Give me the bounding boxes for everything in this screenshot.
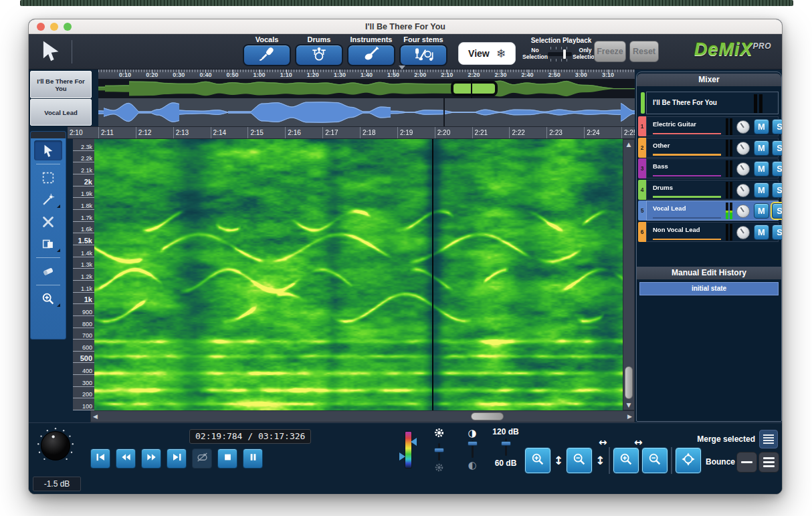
instruments-button[interactable] [347, 44, 395, 66]
zoom-tool[interactable] [34, 289, 62, 309]
loop-button[interactable] [192, 448, 212, 469]
mute-button[interactable]: M [754, 182, 769, 198]
minimize-window-button[interactable] [50, 23, 58, 31]
vertical-scrollbar[interactable]: ▲ ▼ [623, 139, 635, 410]
overview-waveform[interactable] [98, 79, 635, 98]
zoom-window-button[interactable] [64, 23, 72, 31]
scroll-down-arrow-icon[interactable]: ▼ [623, 400, 634, 410]
view-button[interactable]: View ❄ [458, 42, 516, 65]
close-window-button[interactable] [37, 23, 45, 31]
db-range-slider[interactable] [505, 438, 507, 456]
mute-button[interactable]: M [754, 203, 769, 219]
solo-button[interactable]: S [772, 203, 783, 219]
frequency-label: 1.8k [81, 203, 92, 209]
solo-button[interactable]: S [772, 182, 783, 198]
merge-selected-button[interactable] [759, 430, 778, 448]
mixer-track-row-electric-guitar[interactable]: 1Electric GuitarMS [646, 116, 779, 136]
brightness-slider[interactable] [438, 443, 440, 461]
mixer-track-row-other[interactable]: 2OtherMS [646, 138, 779, 158]
time-ruler-tick: 2:25 [621, 127, 635, 138]
frequency-label: 900 [82, 309, 92, 315]
solo-button[interactable]: S [772, 140, 783, 156]
freeze-button[interactable]: Freeze [594, 41, 626, 62]
pan-knob[interactable] [736, 120, 750, 134]
colormap-upper-handle[interactable] [411, 438, 417, 446]
time-ruler[interactable]: 2:102:112:122:132:142:152:162:172:182:19… [68, 126, 635, 139]
viewport-selection-box[interactable] [451, 81, 498, 96]
mute-button[interactable]: M [754, 140, 769, 156]
pan-knob[interactable] [736, 184, 750, 197]
selection-playback-slider[interactable] [548, 46, 572, 62]
mixer-track-row-non-vocal-lead[interactable]: 6Non Vocal LeadMS [646, 222, 779, 242]
pan-knob[interactable] [736, 142, 750, 155]
four-stems-icon [412, 45, 435, 66]
mute-button[interactable]: M [754, 161, 769, 176]
pointer-tool[interactable] [34, 140, 62, 160]
pan-knob[interactable] [736, 162, 750, 176]
vocals-button[interactable] [243, 44, 291, 66]
eraser-tool[interactable] [34, 261, 62, 281]
mute-button[interactable]: M [754, 225, 769, 240]
contrast-slider[interactable] [472, 440, 474, 458]
overview-ruler-tick: 2:40 [522, 72, 534, 78]
colormap-strip[interactable] [405, 431, 412, 469]
vertical-zoom-in-button[interactable] [525, 448, 550, 473]
rewind-button[interactable] [116, 448, 136, 469]
mixer-track-row-bass[interactable]: 3BassMS [646, 158, 779, 178]
pan-knob[interactable] [736, 205, 750, 218]
tool-palette-grip[interactable] [31, 132, 66, 138]
app-logo-arrow-icon [38, 38, 62, 63]
horizontal-scrollbar-thumb[interactable] [471, 412, 504, 420]
overview-playhead-marker[interactable] [399, 66, 405, 70]
go-to-end-button[interactable] [167, 448, 187, 469]
overview-time-ruler[interactable]: 0:100:200:300:400:501:001:101:201:301:40… [98, 70, 635, 79]
stop-button[interactable] [217, 448, 237, 469]
drums-label: Drums [295, 35, 343, 44]
fast-forward-button[interactable] [141, 448, 161, 469]
mute-button[interactable]: M [754, 119, 769, 134]
overview-playhead[interactable] [471, 79, 472, 98]
horizontal-scrollbar[interactable]: ◀ ▶ [90, 410, 635, 422]
bounce-multi-button[interactable] [758, 452, 779, 473]
background-window-edge [20, 0, 793, 6]
solo-button[interactable]: S [772, 161, 783, 176]
spectrogram-view[interactable] [94, 139, 623, 410]
mixer-track-row-vocal-lead[interactable]: 5Vocal LeadMS◎ [646, 201, 779, 221]
magic-wand-tool[interactable] [34, 190, 62, 210]
frequency-label: 2.2k [81, 155, 92, 162]
colormap-lower-handle[interactable] [399, 453, 405, 461]
solo-button[interactable]: S [772, 225, 783, 240]
spectrogram-canvas[interactable] [94, 139, 623, 410]
fast-forward-icon [146, 453, 157, 465]
delete-selection-tool[interactable] [34, 212, 62, 232]
master-track-name: I'll Be There For You [653, 99, 717, 106]
drums-button[interactable] [295, 44, 343, 66]
marquee-selection-tool[interactable] [34, 168, 62, 188]
track-number-tab: 6 [638, 222, 646, 242]
pause-button[interactable] [243, 448, 263, 469]
master-volume-knob[interactable] [37, 427, 74, 465]
vocal-waveform-playhead[interactable] [443, 98, 445, 126]
bounce-single-button[interactable] [736, 452, 757, 473]
pan-knob[interactable] [736, 226, 750, 239]
clone-tool[interactable] [34, 234, 62, 254]
track-name: Bass [653, 162, 668, 170]
scroll-up-arrow-icon[interactable]: ▲ [623, 140, 634, 149]
four-stems-icon-button[interactable] [399, 44, 447, 66]
rewind-icon [120, 453, 132, 465]
vertical-zoom-out-button[interactable] [567, 448, 592, 473]
overview-ruler-tick: 0:30 [173, 72, 185, 78]
history-entry[interactable]: initial state [639, 282, 779, 295]
scroll-left-arrow-icon[interactable]: ◀ [93, 411, 98, 422]
solo-button[interactable]: S [772, 119, 783, 134]
vocal-lead-waveform[interactable] [98, 98, 635, 126]
master-track-row[interactable]: I'll Be There For You [646, 92, 779, 114]
reset-button[interactable]: Reset [629, 41, 659, 62]
vertical-scrollbar-thumb[interactable] [625, 366, 633, 398]
scroll-right-arrow-icon[interactable]: ▶ [627, 411, 632, 422]
mixer-track-row-drums[interactable]: 4DrumsMS [646, 180, 779, 200]
go-to-start-button[interactable] [90, 448, 110, 469]
horizontal-zoom-out-button[interactable] [642, 448, 668, 473]
horizontal-zoom-in-button[interactable] [613, 448, 639, 473]
spectrogram-playhead[interactable] [432, 139, 433, 410]
